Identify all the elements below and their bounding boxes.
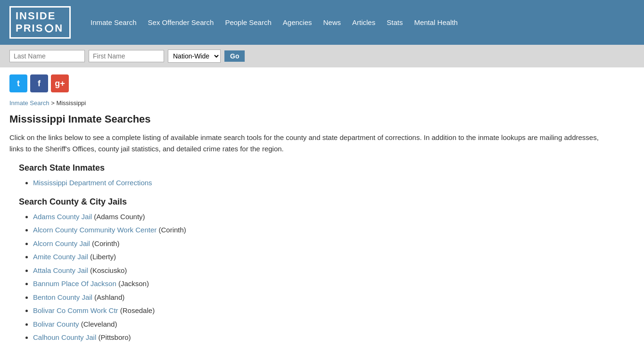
googleplus-icon: g+ xyxy=(55,79,65,89)
last-name-input[interactable] xyxy=(9,50,85,62)
nav-inmate-search[interactable]: Inmate Search xyxy=(85,16,142,29)
main-nav: Inmate Search Sex Offender Search People… xyxy=(85,16,463,29)
main-content: Inmate Search > Mississippi Mississippi … xyxy=(0,97,613,361)
amite-location: (Liberty) xyxy=(90,253,116,261)
alcorn-jail-location: (Corinth) xyxy=(92,239,119,247)
benton-location: (Ashland) xyxy=(94,293,124,301)
list-item: Bolivar County (Cleveland) xyxy=(33,319,603,330)
calhoun-location: (Pittsboro) xyxy=(98,333,131,341)
list-item: Alcorn County Jail (Corinth) xyxy=(33,239,603,249)
list-item: Mississippi Department of Corrections xyxy=(33,178,603,189)
site-header: INSIDE PRISN Inmate Search Sex Offender … xyxy=(0,0,644,45)
facebook-icon: f xyxy=(38,79,41,89)
alcorn-county-jail-link[interactable]: Alcorn County Jail xyxy=(33,239,90,247)
bannum-place-link[interactable]: Bannum Place Of Jackson xyxy=(33,280,116,288)
bannum-location: (Jackson) xyxy=(118,280,149,288)
attala-county-jail-link[interactable]: Attala County Jail xyxy=(33,266,88,274)
bolivar-county-location: (Cleveland) xyxy=(81,320,117,328)
logo-prison-text: PRISN xyxy=(16,22,65,34)
nav-articles[interactable]: Articles xyxy=(347,16,381,29)
breadcrumb-separator: > xyxy=(51,99,56,107)
facebook-button[interactable]: f xyxy=(30,74,48,92)
logo-box[interactable]: INSIDE PRISN xyxy=(9,6,71,38)
location-dropdown[interactable]: Nation-Wide xyxy=(168,49,221,63)
benton-county-jail-link[interactable]: Benton County Jail xyxy=(33,293,92,301)
search-bar: Nation-Wide Go xyxy=(0,45,644,67)
state-jail-list: Mississippi Department of Corrections xyxy=(9,178,603,189)
nav-mental-health[interactable]: Mental Health xyxy=(408,16,463,29)
list-item: Amite County Jail (Liberty) xyxy=(33,252,603,263)
bolivar-county-link[interactable]: Bolivar County xyxy=(33,320,79,328)
bolivar-comm-work-ctr-link[interactable]: Bolivar Co Comm Work Ctr xyxy=(33,306,118,314)
list-item: Calhoun County Jail (Pittsboro) xyxy=(33,332,603,343)
go-button[interactable]: Go xyxy=(224,50,245,62)
nav-people-search[interactable]: People Search xyxy=(219,16,277,29)
bolivar-comm-location: (Rosedale) xyxy=(120,306,155,314)
social-buttons: t f g+ xyxy=(0,67,644,97)
twitter-icon: t xyxy=(17,79,20,89)
nav-news[interactable]: News xyxy=(318,16,347,29)
list-item: Alcorn County Community Work Center (Cor… xyxy=(33,225,603,236)
breadcrumb: Inmate Search > Mississippi xyxy=(9,99,603,107)
calhoun-county-jail-link[interactable]: Calhoun County Jail xyxy=(33,333,96,341)
list-item: Bolivar Co Comm Work Ctr (Rosedale) xyxy=(33,305,603,316)
alcorn-community-work-center-link[interactable]: Alcorn County Community Work Center xyxy=(33,226,157,234)
logo-o-icon xyxy=(45,24,53,33)
adams-county-location: (Adams County) xyxy=(94,213,145,221)
list-item: Bannum Place Of Jackson (Jackson) xyxy=(33,279,603,289)
state-section-title: Search State Inmates xyxy=(19,163,603,173)
page-description: Click on the links below to see a comple… xyxy=(9,132,603,155)
twitter-button[interactable]: t xyxy=(9,74,27,92)
list-item: Benton County Jail (Ashland) xyxy=(33,292,603,303)
amite-county-jail-link[interactable]: Amite County Jail xyxy=(33,253,88,261)
adams-county-jail-link[interactable]: Adams County Jail xyxy=(33,213,92,221)
nav-sex-offender-search[interactable]: Sex Offender Search xyxy=(142,16,220,29)
mississippi-doc-link[interactable]: Mississippi Department of Corrections xyxy=(33,179,152,187)
logo-inside-text: INSIDE xyxy=(16,10,65,22)
county-jail-list: Adams County Jail (Adams County) Alcorn … xyxy=(9,212,603,343)
breadcrumb-current: Mississippi xyxy=(56,99,86,107)
nav-agencies[interactable]: Agencies xyxy=(277,16,318,29)
list-item: Adams County Jail (Adams County) xyxy=(33,212,603,222)
attala-location: (Kosciusko) xyxy=(90,266,127,274)
googleplus-button[interactable]: g+ xyxy=(51,74,69,92)
page-title: Mississippi Inmate Searches xyxy=(9,113,603,125)
first-name-input[interactable] xyxy=(89,50,164,62)
breadcrumb-inmate-search-link[interactable]: Inmate Search xyxy=(9,99,50,107)
alcorn-community-location: (Corinth) xyxy=(158,226,186,234)
nav-stats[interactable]: Stats xyxy=(381,16,408,29)
county-section-title: Search County & City Jails xyxy=(19,197,603,207)
list-item: Attala County Jail (Kosciusko) xyxy=(33,265,603,276)
